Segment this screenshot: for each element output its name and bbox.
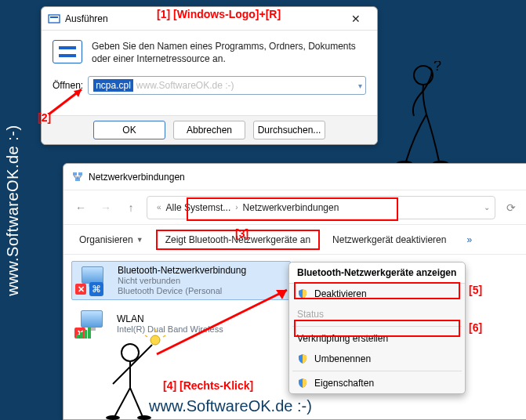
ctx-shortcut[interactable]: Verknüpfung erstellen [289,328,465,349]
ctx-status: Status [289,304,465,324]
context-menu: Bluetooth-Netzwerkgeräte anzeigen Deakti… [288,262,466,394]
svg-point-14 [106,415,120,420]
cancel-button[interactable]: Abbrechen [173,121,245,139]
breadcrumb-2[interactable]: Netzwerkverbindungen [243,202,339,213]
open-value: ncpa.cpl [93,79,133,92]
annotation-5: [5] [469,284,482,296]
forward-button[interactable]: → [96,198,115,217]
annotation-1: [1] [Windows-Logo]+[R] [157,8,281,20]
explorer-titlebar[interactable]: Netzwerkverbindungen [63,164,526,190]
item-status: Nicht verbunden [118,276,246,286]
explorer-title: Netzwerkverbindungen [89,172,185,183]
back-button[interactable]: ← [71,198,90,217]
bluetooth-icon: ⌘ [89,282,103,296]
annotation-6: [6] [469,321,482,334]
stick-figure-thinking-icon: ? [390,61,461,171]
annotation-4: [4] [Rechts-Klick] [163,379,253,392]
open-combobox[interactable]: ncpa.cpl www.SoftwareOK.de :-) ▾ [88,76,366,95]
brand-side: www.SoftwareOK.de :-) [4,125,22,295]
chevron-right-icon: › [235,203,238,212]
network-item-bluetooth[interactable]: ✕ ⌘ Bluetooth-Netzwerkverbindung Nicht v… [71,261,291,300]
breadcrumb-1[interactable]: Alle Systemst... [166,202,231,213]
shield-icon [297,288,308,299]
annotation-3: [3] [235,227,248,240]
disable-device-button[interactable]: Netzwerkgerät deaktivieren [325,230,454,250]
chevron-down-icon[interactable]: ⌄ [484,203,490,212]
bluetooth-nic-icon: ✕ ⌘ [75,266,110,295]
more-button[interactable]: » [459,230,480,250]
network-icon [71,171,84,183]
explorer-addressbar-row: ← → ↑ « Alle Systemst... › Netzwerkverbi… [63,190,526,225]
svg-rect-7 [78,172,82,176]
browse-button[interactable]: Durchsuchen... [253,121,325,139]
svg-rect-6 [73,172,77,176]
open-label: Öffnen: [53,80,83,91]
ctx-disable[interactable]: Deaktivieren [289,284,465,304]
svg-text:?: ? [433,61,441,74]
run-logo-icon [53,40,82,63]
stick-figure-idea-icon [91,329,169,420]
close-icon[interactable]: ✕ [341,7,371,30]
explorer-toolbar: Organisieren▼ Zeigt Bluetooth-Netzwerkge… [63,225,526,255]
item-device: Bluetooth Device (Personal [118,286,246,296]
ctx-props[interactable]: Eigenschaften [289,373,465,393]
svg-point-15 [151,335,160,345]
brand-bottom: www.SoftwareOK.de :-) [149,397,312,415]
open-ghost: www.SoftwareOK.de :-) [136,80,234,91]
item-name: WLAN [117,313,223,324]
svg-rect-0 [49,15,60,23]
chevron-down-icon[interactable]: ▾ [358,81,362,90]
shield-icon [297,378,308,389]
wifi-icon [76,328,92,339]
up-button[interactable]: ↑ [122,198,140,217]
ok-button[interactable]: OK [93,121,165,139]
chevron-icon: « [157,203,161,212]
item-name: Bluetooth-Netzwerkverbindung [118,265,246,276]
annotation-2: [2] [38,111,51,124]
disconnected-icon: ✕ [75,284,86,295]
run-dialog: Ausführen ✕ Geben Sie den Namen eines Pr… [41,6,378,145]
ctx-rename[interactable]: Umbenennen [289,349,465,369]
shield-icon [297,353,308,364]
address-bar[interactable]: « Alle Systemst... › Netzwerkverbindunge… [147,196,495,219]
svg-rect-1 [50,16,58,18]
run-icon [48,13,60,25]
organize-button[interactable]: Organisieren▼ [71,230,151,250]
run-description: Geben Sie den Namen eines Programms, Ord… [92,40,366,65]
svg-point-13 [137,415,151,420]
refresh-button[interactable]: ⟳ [502,198,521,217]
svg-point-12 [122,344,139,361]
context-menu-header[interactable]: Bluetooth-Netzwerkgeräte anzeigen [289,262,465,284]
